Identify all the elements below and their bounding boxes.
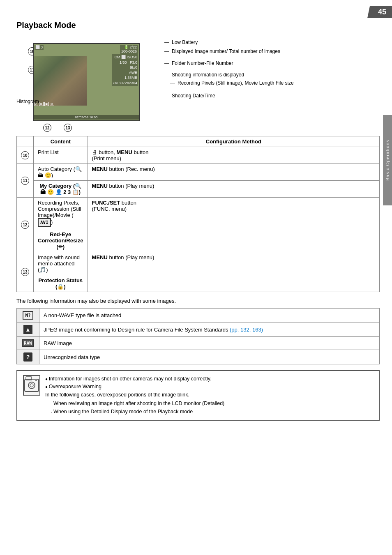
following-text: The following information may also be di…: [16, 298, 380, 304]
lcd-icon-d: ▨: [50, 102, 54, 106]
row-config-13b: [88, 275, 379, 292]
row-num-11: 11: [17, 164, 34, 198]
thumbnail-image: [34, 56, 87, 106]
note-sub-2: When using the Detailed Display mode of …: [51, 408, 373, 416]
note-sub-1: When reviewing an image right after shoo…: [51, 400, 373, 408]
info-desc-2: JPEG image not conforming to Design rule…: [39, 322, 380, 337]
note-bullet-2: Overexposure Warning In the following ca…: [45, 383, 373, 416]
row-config-13a: MENU button (Play menu): [88, 252, 379, 275]
row-num-13: 13: [17, 252, 34, 292]
info-row-1: N? A non-WAVE type file is attached: [17, 309, 380, 322]
info-table: N? A non-WAVE type file is attached ▲ JP…: [16, 308, 380, 364]
page-container: 45 Basic Operations Playback Mode 10 11 …: [0, 0, 392, 429]
note-icon: [23, 375, 40, 396]
lcd-battery: 🔋 2/22: [121, 45, 137, 49]
lcd-mid-right: CM ⬜ ISO50 1/60 F3.0 ⊞±0 AWB 1.65MB 7M 3…: [112, 54, 138, 86]
diagram-area: 10 11 ⬜ 3 🔋 2/22 100-0026: [16, 35, 380, 132]
row-content-12b: Red-Eye Correction/Resize (✏): [34, 229, 88, 252]
table-row-12a: 12 Recording Pixels, Compression (Still …: [17, 198, 380, 229]
table-row-13b: Protection Status (🔒): [17, 275, 380, 292]
col-header-num: [17, 136, 34, 147]
info-row-4: ? Unrecognized data type: [17, 350, 380, 364]
annotation-6: Shooting Date/Time: [164, 92, 380, 99]
info-icon-3: RAW: [17, 337, 39, 350]
icon-face: 🔍: [75, 166, 82, 172]
page-link[interactable]: (pp. 132, 163): [230, 327, 263, 333]
histogram-label: Histogram: [16, 99, 39, 104]
lcd-filesize: 1.65MB: [113, 75, 137, 81]
pencil-icon: ✏: [58, 244, 63, 250]
circle-num-13: 13: [64, 124, 72, 132]
question-icon: ?: [23, 352, 32, 362]
warn-icon: ▲: [23, 325, 32, 334]
annotation-3: Folder Number-File Number: [164, 60, 380, 67]
camera-display: 10 11 ⬜ 3 🔋 2/22 100-0026: [16, 35, 152, 132]
lcd-pixels: 7M 3072×2304: [113, 81, 137, 86]
row-num-10: 10: [17, 147, 34, 164]
annotation-4: Shooting information is displayed: [164, 71, 380, 78]
note-sub-text: In the following cases, overexposed port…: [45, 392, 189, 398]
note-camera-icon: [24, 376, 39, 395]
row-content-11a: Auto Category (🔍 🏔 🙂): [34, 164, 88, 181]
lcd-copy-icon: ⬜: [35, 45, 40, 49]
icon-mountain: 🏔: [38, 172, 43, 178]
row-config-12a: FUNC./SET button(FUNC. menu): [88, 198, 379, 229]
col-header-config: Configuration Method: [88, 136, 379, 147]
note-bullets: Information for images shot on other cam…: [45, 375, 373, 416]
lcd-icon-c: ▣: [44, 102, 49, 106]
col-header-content: Content: [34, 136, 88, 147]
row-num-12: 12: [17, 198, 34, 252]
page-title: Playback Mode: [16, 21, 380, 30]
row-config-12b: [88, 229, 379, 252]
avi-icon: AVI: [38, 218, 51, 227]
info-icon-1: N?: [17, 309, 39, 322]
lcd-top-right: 🔋 2/22 100-0026: [120, 45, 138, 54]
table-row-11a: 11 Auto Category (🔍 🏔 🙂) MENU button (Re…: [17, 164, 380, 181]
table-row-11b: My Category (🔍 🏔 🙂 👤 2 3 📋) MENU button …: [17, 181, 380, 198]
menu-bold: MENU: [117, 149, 132, 155]
svg-point-3: [30, 384, 33, 387]
circle-num-12: 12: [43, 124, 51, 132]
annotation-1: Low Battery: [164, 39, 380, 46]
lcd-settings1: CM ⬜ ISO50: [113, 55, 137, 60]
row-config-11b: MENU button (Play menu): [88, 181, 379, 198]
note-sub-list: When reviewing an image right after shoo…: [45, 400, 373, 416]
annotations-panel: Low Battery Displayed image number/ Tota…: [152, 35, 380, 132]
lcd-icon-b: ▦: [39, 102, 44, 106]
table-row-12b: Red-Eye Correction/Resize (✏): [17, 229, 380, 252]
lock-icon: 🔒: [57, 283, 64, 290]
content-table: Content Configuration Method 10 Print Li…: [16, 136, 380, 292]
row-content-13a: Image with sound memo attached (🎵): [34, 252, 88, 275]
lcd-exposure: ⊞±0: [113, 65, 137, 70]
lcd-wb: AWB: [113, 70, 137, 76]
table-row-10: 10 Print List 🖨 button, MENU button(Prin…: [17, 147, 380, 164]
lcd-num-3: 3: [41, 45, 43, 49]
annotation-5: Recording Pixels (Still image), Movie Le…: [170, 80, 380, 87]
wave-icon: N?: [23, 311, 33, 320]
side-tab: Basic Operations: [383, 115, 392, 205]
row-content-11b: My Category (🔍 🏔 🙂 👤 2 3 📋): [34, 181, 88, 198]
row-content-10: Print List: [34, 147, 88, 164]
lcd-bottom-date: 02/02/'08 10:00: [34, 115, 139, 120]
note-content: Information for images shot on other cam…: [45, 375, 373, 416]
sound-icon: 🎵: [39, 267, 46, 273]
row-config-11a: MENU button (Rec. menu): [88, 164, 379, 181]
annotation-2: Displayed image number/ Total number of …: [164, 48, 380, 55]
row-content-13b: Protection Status (🔒): [34, 275, 88, 292]
page-number: 45: [367, 6, 392, 18]
row-content-12a: Recording Pixels, Compression (Still Ima…: [34, 198, 88, 229]
raw-icon: RAW: [22, 339, 34, 347]
lcd-settings2: 1/60 F3.0: [113, 60, 137, 65]
lcd-screen: ⬜ 3 🔋 2/22 100-0026 CM ⬜ ISO50 1/60 F3.0…: [33, 43, 140, 121]
side-tab-label: Basic Operations: [385, 140, 390, 181]
info-icon-4: ?: [17, 350, 39, 364]
note-box: Information for images shot on other cam…: [16, 370, 380, 421]
info-desc-3: RAW image: [39, 337, 380, 350]
svg-point-2: [28, 382, 35, 389]
row-config-10: 🖨 button, MENU button(Print menu): [88, 147, 379, 164]
info-icon-2: ▲: [17, 322, 39, 337]
info-row-2: ▲ JPEG image not conforming to Design ru…: [17, 322, 380, 337]
info-desc-4: Unrecognized data type: [39, 350, 380, 364]
lcd-folder-file: 100-0026: [121, 49, 137, 53]
note-bullet-1: Information for images shot on other cam…: [45, 375, 373, 383]
